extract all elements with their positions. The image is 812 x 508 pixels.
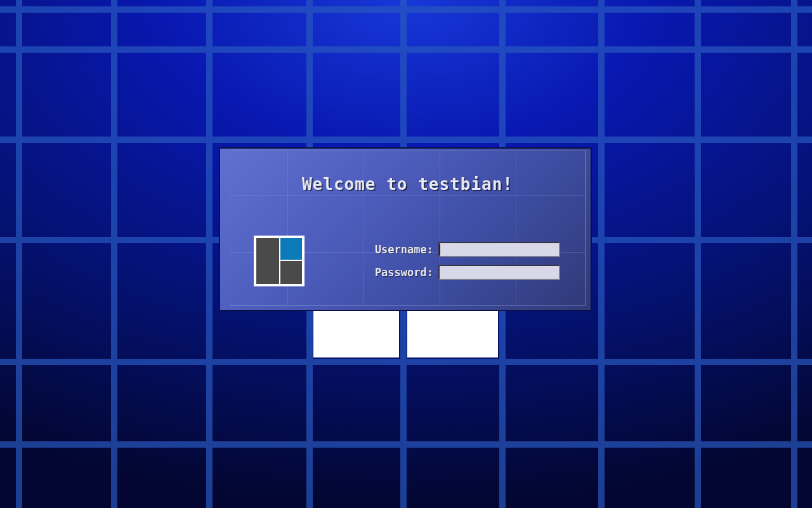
welcome-title: Welcome to testbian! bbox=[230, 175, 585, 194]
username-row: Username: bbox=[363, 242, 560, 257]
text-cursor-icon bbox=[440, 244, 440, 255]
login-panel: Welcome to testbian! Username: Password: bbox=[230, 150, 586, 306]
login-dialog: Welcome to testbian! Username: Password: bbox=[219, 147, 592, 311]
password-row: Password: bbox=[363, 265, 560, 280]
username-input[interactable] bbox=[438, 242, 560, 257]
distro-logo-icon bbox=[254, 236, 304, 286]
username-label: Username: bbox=[363, 243, 433, 256]
password-input[interactable] bbox=[438, 265, 560, 280]
password-label: Password: bbox=[363, 266, 433, 279]
